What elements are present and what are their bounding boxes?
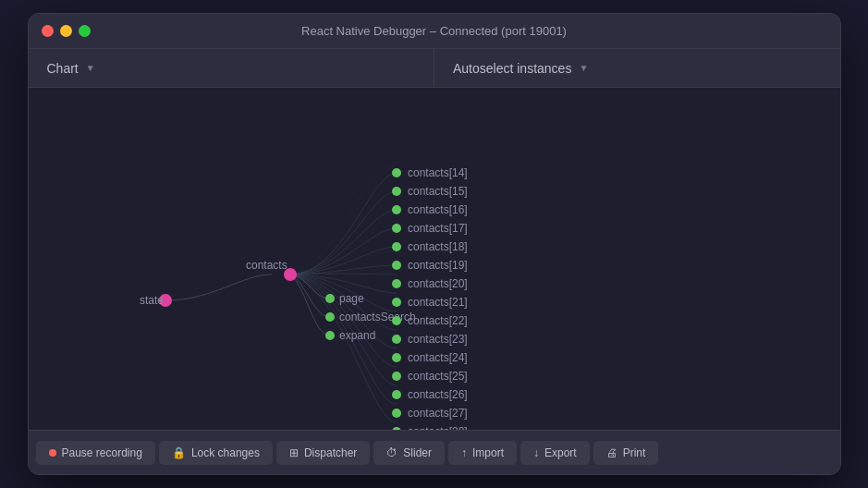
graph-svg: state contacts page contactsSearch expan… (29, 88, 840, 430)
traffic-lights (42, 25, 91, 37)
pause-recording-button[interactable]: Pause recording (36, 441, 155, 465)
svg-text:contacts[26]: contacts[26] (408, 388, 468, 401)
import-icon: ↑ (461, 446, 467, 459)
pause-icon (49, 449, 56, 457)
window-title: React Native Debugger – Connected (port … (301, 24, 567, 38)
svg-text:contacts[17]: contacts[17] (408, 222, 468, 235)
dispatcher-label: Dispatcher (304, 446, 357, 459)
lock-changes-button[interactable]: 🔒 Lock changes (159, 441, 273, 465)
autoselect-dropdown[interactable]: Autoselect instances ▼ (453, 61, 588, 76)
svg-text:contacts[19]: contacts[19] (408, 259, 468, 272)
svg-point-1 (392, 168, 401, 177)
svg-text:contacts[20]: contacts[20] (408, 277, 468, 290)
state-label: state (140, 294, 164, 307)
export-icon: ↓ (533, 446, 539, 459)
expand-node[interactable] (325, 331, 335, 340)
toolbar: Chart ▼ Autoselect instances ▼ (29, 49, 840, 88)
svg-point-25 (392, 390, 401, 399)
svg-text:contacts[16]: contacts[16] (408, 203, 468, 216)
minimize-button[interactable] (60, 25, 72, 37)
chart-dropdown[interactable]: Chart ▼ (47, 61, 95, 76)
svg-point-27 (392, 409, 401, 418)
lock-icon: 🔒 (172, 446, 186, 459)
contactssearch-label: contactsSearch (339, 311, 416, 323)
svg-text:contacts[25]: contacts[25] (408, 370, 468, 383)
contactssearch-node[interactable] (325, 312, 335, 322)
main-window: React Native Debugger – Connected (port … (28, 13, 841, 475)
page-node[interactable] (325, 294, 335, 303)
svg-text:contacts[24]: contacts[24] (408, 351, 468, 364)
svg-point-21 (392, 353, 401, 362)
close-button[interactable] (42, 25, 54, 37)
import-label: Import (472, 446, 504, 459)
svg-point-23 (392, 372, 401, 381)
expand-label: expand (339, 329, 375, 342)
import-button[interactable]: ↑ Import (448, 441, 517, 465)
lock-changes-label: Lock changes (191, 446, 260, 459)
slider-button[interactable]: ⏱ Slider (373, 441, 445, 465)
maximize-button[interactable] (79, 25, 91, 37)
svg-point-15 (392, 298, 401, 307)
chart-dropdown-arrow: ▼ (86, 63, 95, 73)
svg-text:contacts[21]: contacts[21] (408, 296, 468, 309)
svg-point-9 (392, 242, 401, 251)
pause-recording-label: Pause recording (62, 446, 142, 459)
slider-icon: ⏱ (386, 446, 397, 459)
svg-point-3 (392, 187, 401, 196)
svg-point-19 (392, 335, 401, 344)
autoselect-label: Autoselect instances (453, 61, 571, 76)
slider-label: Slider (403, 446, 432, 459)
svg-point-11 (392, 261, 401, 270)
svg-text:contacts[18]: contacts[18] (408, 240, 468, 253)
dispatcher-button[interactable]: ⊞ Dispatcher (276, 441, 370, 465)
print-button[interactable]: 🖨 Print (593, 441, 659, 465)
export-button[interactable]: ↓ Export (520, 441, 590, 465)
titlebar: React Native Debugger – Connected (port … (29, 14, 840, 49)
svg-text:contacts[27]: contacts[27] (408, 407, 468, 420)
svg-point-13 (392, 279, 401, 288)
svg-point-17 (392, 316, 401, 325)
dispatcher-icon: ⊞ (289, 446, 299, 459)
svg-text:contacts[15]: contacts[15] (408, 185, 468, 198)
chart-label: Chart (47, 61, 79, 76)
svg-text:contacts[22]: contacts[22] (408, 314, 468, 327)
svg-point-7 (392, 224, 401, 233)
export-label: Export (544, 446, 577, 459)
svg-text:contacts[28]: contacts[28] (408, 425, 468, 430)
print-label: Print (623, 446, 646, 459)
graph-area[interactable]: state contacts page contactsSearch expan… (29, 88, 840, 430)
autoselect-dropdown-arrow: ▼ (579, 63, 588, 73)
svg-text:contacts[23]: contacts[23] (408, 333, 468, 346)
chart-section: Chart ▼ (29, 49, 434, 87)
page-label: page (339, 292, 364, 305)
print-icon: 🖨 (606, 446, 617, 459)
svg-point-5 (392, 205, 401, 214)
bottom-bar: Pause recording 🔒 Lock changes ⊞ Dispatc… (29, 430, 840, 474)
contacts-label: contacts (246, 259, 287, 272)
svg-text:contacts[14]: contacts[14] (408, 166, 468, 179)
autoselect-section: Autoselect instances ▼ (434, 49, 840, 87)
